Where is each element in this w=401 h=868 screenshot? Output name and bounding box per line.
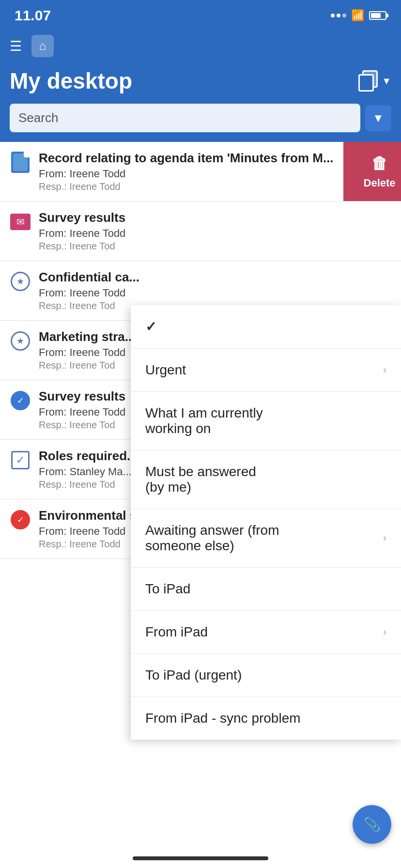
item-title: Survey results — [39, 210, 391, 225]
wifi-icon: 📶 — [351, 9, 364, 22]
top-nav: ☰ ⌂ — [0, 29, 401, 63]
check-icon: ✓ — [17, 514, 24, 525]
paperclip-icon: 📎 — [364, 817, 381, 833]
dropdown-item-must-answer[interactable]: Must be answered(by me) — [131, 450, 401, 509]
item-title: Record relating to agenda item 'Minutes … — [39, 151, 334, 166]
chevron-right-icon: › — [383, 532, 386, 544]
home-indicator — [133, 856, 268, 860]
item-from: From: Ireene Todd — [39, 227, 391, 240]
delete-label: Delete — [364, 177, 396, 189]
dropdown-label: Must be answered(by me) — [145, 464, 256, 495]
menu-icon[interactable]: ☰ — [10, 38, 22, 54]
dropdown-item-from-ipad[interactable]: From iPad › — [131, 611, 401, 654]
action-buttons: 🗑 Delete ⚑ Set flag 📥 Archive — [343, 142, 401, 201]
home-icon: ⌂ — [39, 39, 46, 53]
dropdown-item-urgent[interactable]: Urgent › — [131, 349, 401, 392]
status-icons: 📶 — [331, 9, 386, 22]
dropdown-label: From iPad - sync problem — [145, 711, 301, 726]
item-details: Survey results From: Ireene Todd Resp.: … — [39, 210, 391, 252]
status-time: 11.07 — [15, 7, 51, 24]
checkmark-icon: ✓ — [145, 319, 156, 335]
item-title: Confidential ca... — [39, 270, 391, 285]
dropdown-label: What I am currentlyworking on — [145, 405, 263, 436]
list-item-content: Record relating to agenda item 'Minutes … — [0, 142, 343, 201]
battery-icon — [369, 11, 386, 20]
home-button[interactable]: ⌂ — [31, 35, 54, 57]
dropdown-item-to-ipad[interactable]: To iPad — [131, 568, 401, 611]
badge-check-icon: ✓ — [10, 390, 31, 411]
check-icon: ✓ — [17, 395, 24, 406]
trash-icon: 🗑 — [371, 154, 388, 173]
delete-button[interactable]: 🗑 Delete — [343, 142, 401, 201]
dropdown-label: To iPad (urgent) — [145, 667, 242, 683]
dropdown-item-from-ipad-sync[interactable]: From iPad - sync problem — [131, 697, 401, 740]
badge-icon: ★ — [10, 271, 31, 292]
dropdown-label: To iPad — [145, 581, 190, 597]
badge-icon: ★ — [10, 330, 31, 352]
item-from: From: Ireene Todd — [39, 168, 334, 180]
item-details: Record relating to agenda item 'Minutes … — [39, 151, 334, 192]
flag-dropdown: ✓ Urgent › What I am currentlyworking on… — [131, 305, 401, 740]
search-bar-container: Search ▼ — [0, 104, 401, 142]
dropdown-item-awaiting[interactable]: Awaiting answer (fromsomeone else) › — [131, 509, 401, 568]
chevron-right-icon: › — [383, 364, 386, 376]
dropdown-item-to-ipad-urgent[interactable]: To iPad (urgent) — [131, 654, 401, 697]
dropdown-item-working-on[interactable]: What I am currentlyworking on — [131, 392, 401, 450]
doc-icon — [10, 152, 31, 173]
chevron-down-icon: ▼ — [382, 76, 391, 87]
list-item[interactable]: ✉ Survey results From: Ireene Todd Resp.… — [0, 202, 401, 261]
status-bar: 11.07 📶 — [0, 0, 401, 29]
item-resp: Resp.: Ireene Tod — [39, 241, 391, 252]
signal-icon — [331, 14, 346, 17]
copy-button[interactable]: ▼ — [358, 70, 391, 92]
item-resp: Resp.: Ireene Todd — [39, 181, 334, 192]
chevron-down-icon: ▼ — [372, 111, 384, 125]
badge-check-red-icon: ✓ — [10, 509, 31, 530]
search-input[interactable]: Search — [10, 104, 360, 132]
page-title: My desktop — [10, 68, 132, 94]
floating-action-button[interactable]: 📎 — [353, 805, 391, 844]
chevron-right-icon: › — [383, 626, 386, 638]
checkbox-icon: ✓ — [10, 450, 31, 471]
email-icon: ✉ — [10, 211, 31, 232]
dropdown-item-none[interactable]: ✓ — [131, 305, 401, 349]
dropdown-label: From iPad — [145, 624, 208, 640]
header: My desktop ▼ — [0, 63, 401, 104]
item-from: From: Ireene Todd — [39, 287, 391, 299]
badge-star-icon: ★ — [16, 276, 24, 287]
badge-star-icon: ★ — [16, 336, 24, 346]
list-item[interactable]: Record relating to agenda item 'Minutes … — [0, 142, 401, 202]
dropdown-label: Awaiting answer (fromsomeone else) — [145, 523, 279, 554]
copy-icon — [358, 70, 380, 92]
search-placeholder: Search — [18, 110, 58, 125]
search-chevron-button[interactable]: ▼ — [365, 105, 391, 131]
dropdown-label: Urgent — [145, 362, 186, 378]
